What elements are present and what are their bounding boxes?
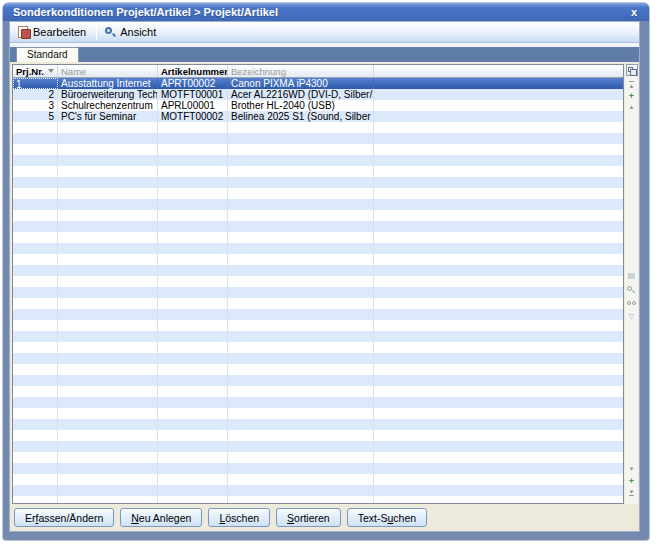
table-row-empty[interactable] — [13, 188, 623, 199]
table-row-empty[interactable] — [13, 221, 623, 232]
column-chooser-button[interactable] — [626, 64, 638, 76]
loeschen-button[interactable]: Löschen — [208, 508, 270, 527]
table-row-empty[interactable] — [13, 353, 623, 364]
table-cell — [228, 221, 374, 232]
table-row-empty[interactable] — [13, 276, 623, 287]
table-cell — [158, 364, 228, 375]
card-view-icon[interactable]: ▤ — [628, 271, 636, 280]
table-row-empty[interactable] — [13, 122, 623, 133]
window-title: Sonderkonditionen Projekt/Artikel > Proj… — [13, 6, 278, 18]
toolbar-button-bearbeiten[interactable]: Bearbeiten — [14, 23, 93, 42]
go-last-icon[interactable]: ▼ — [629, 489, 635, 496]
table-row-empty[interactable] — [13, 177, 623, 188]
table-row-empty[interactable] — [13, 133, 623, 144]
close-button[interactable]: x — [631, 7, 637, 18]
toolbar-label-bearbeiten: Bearbeiten — [33, 26, 86, 38]
go-first-icon[interactable]: ▲ — [629, 81, 635, 88]
table-cell — [374, 386, 623, 397]
table-cell — [13, 342, 58, 353]
sortieren-button[interactable]: Sortieren — [276, 508, 341, 527]
table-cell — [158, 155, 228, 166]
table-row[interactable]: 2 Büroerweiterung Tech MOTFT00001 Acer A… — [13, 89, 623, 100]
table-cell — [158, 430, 228, 441]
add-icon-bottom[interactable]: + — [629, 477, 634, 485]
column-header-artikelnummer[interactable]: Artikelnummer — [158, 65, 228, 77]
erfassen-aendern-button[interactable]: Erfassen/Ändern — [14, 508, 114, 527]
table-cell — [158, 320, 228, 331]
table-row-empty[interactable] — [13, 452, 623, 463]
table-cell — [58, 309, 158, 320]
table-row-empty[interactable] — [13, 496, 623, 503]
table-cell — [13, 452, 58, 463]
toolbar-separator — [96, 25, 97, 40]
table-cell — [228, 496, 374, 503]
titlebar[interactable]: Sonderkonditionen Projekt/Artikel > Proj… — [3, 3, 649, 21]
table-row-empty[interactable] — [13, 265, 623, 276]
table-row-empty[interactable] — [13, 232, 623, 243]
table-row-empty[interactable] — [13, 166, 623, 177]
table-cell — [374, 188, 623, 199]
table-row-empty[interactable] — [13, 474, 623, 485]
search-icon[interactable] — [627, 286, 636, 295]
table-row-empty[interactable] — [13, 419, 623, 430]
table-row-empty[interactable] — [13, 485, 623, 496]
table-cell — [228, 265, 374, 276]
cell-prjnr: 5 — [13, 111, 58, 122]
add-icon[interactable]: + — [629, 92, 634, 100]
table-cell — [13, 375, 58, 386]
table-row-empty[interactable] — [13, 199, 623, 210]
table-row-empty[interactable] — [13, 386, 623, 397]
table-cell — [374, 441, 623, 452]
table-row-empty[interactable] — [13, 342, 623, 353]
scroll-up-icon[interactable]: ▲ — [629, 104, 635, 111]
table-row-empty[interactable] — [13, 210, 623, 221]
column-header-name[interactable]: Name — [58, 65, 158, 77]
table-cell — [58, 298, 158, 309]
table-row-empty[interactable] — [13, 287, 623, 298]
table-cell — [58, 485, 158, 496]
sort-desc-icon — [48, 69, 54, 73]
toolbar-button-ansicht[interactable]: Ansicht — [100, 23, 163, 42]
table-row[interactable]: 3 Schulrechenzentrum APRL00001 Brother H… — [13, 100, 623, 111]
table-row-empty[interactable] — [13, 155, 623, 166]
table-row-empty[interactable] — [13, 254, 623, 265]
column-header-prjnr[interactable]: Prj.Nr. — [13, 65, 58, 77]
table-row-empty[interactable] — [13, 309, 623, 320]
table-cell — [158, 133, 228, 144]
table-row-empty[interactable] — [13, 298, 623, 309]
table-cell — [13, 419, 58, 430]
table-row-empty[interactable] — [13, 144, 623, 155]
cell-empty — [374, 89, 623, 100]
table-cell — [58, 210, 158, 221]
table-cell — [13, 353, 58, 364]
table-row-empty[interactable] — [13, 397, 623, 408]
table-cell — [374, 485, 623, 496]
text-suchen-button[interactable]: Text-Suchen — [347, 508, 427, 527]
table-row-empty[interactable] — [13, 364, 623, 375]
table-row-empty[interactable] — [13, 430, 623, 441]
table-row[interactable]: 5 PC's für Seminar MOTFT00002 Belinea 20… — [13, 111, 623, 122]
table-row-empty[interactable] — [13, 463, 623, 474]
table-cell — [58, 320, 158, 331]
table-row-empty[interactable] — [13, 408, 623, 419]
cell-empty — [374, 78, 623, 89]
cell-bezeichnung: Brother HL-2040 (USB) — [228, 100, 374, 111]
find-icon[interactable] — [627, 301, 636, 307]
table-cell — [158, 386, 228, 397]
table-cell — [374, 419, 623, 430]
tab-standard[interactable]: Standard — [16, 47, 79, 62]
table-cell — [228, 144, 374, 155]
table-cell — [374, 342, 623, 353]
table-row-empty[interactable] — [13, 331, 623, 342]
edit-icon — [18, 26, 29, 38]
table-row-empty[interactable] — [13, 441, 623, 452]
table-row[interactable]: 1 Ausstattung Internet APRT00002 Canon P… — [13, 78, 623, 89]
filter-icon[interactable]: ▽ — [629, 313, 634, 321]
table-cell — [158, 188, 228, 199]
table-row-empty[interactable] — [13, 320, 623, 331]
neu-anlegen-button[interactable]: Neu Anlegen — [120, 508, 202, 527]
table-row-empty[interactable] — [13, 375, 623, 386]
scroll-down-icon[interactable]: ▼ — [629, 466, 635, 473]
table-row-empty[interactable] — [13, 243, 623, 254]
column-header-bezeichnung[interactable]: Bezeichnung — [228, 65, 374, 77]
